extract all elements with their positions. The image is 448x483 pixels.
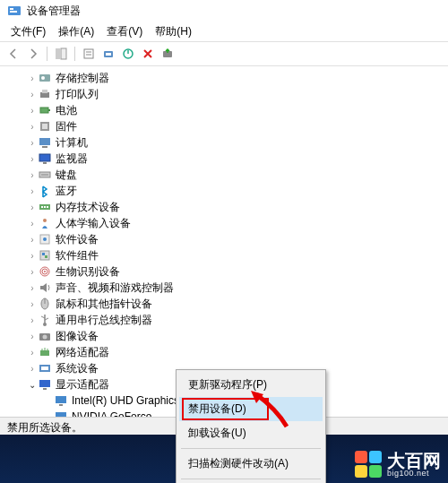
expander-icon[interactable]: › [27, 203, 38, 212]
menu-help[interactable]: 帮助(H) [150, 22, 197, 41]
status-text: 禁用所选设备。 [7, 421, 82, 434]
tree-node-cat-4[interactable]: ›计算机 [11, 134, 448, 151]
sound-icon [38, 280, 52, 295]
memory-icon [38, 200, 52, 214]
svg-rect-4 [61, 48, 66, 59]
show-hide-icon[interactable] [53, 46, 69, 62]
svg-rect-9 [106, 53, 111, 56]
tree-node-cat-6[interactable]: ›键盘 [11, 167, 448, 183]
tree-node-label: 监视器 [56, 151, 88, 167]
tree-node-cat-3[interactable]: ›固件 [11, 118, 448, 134]
svg-point-32 [43, 237, 47, 241]
tree-node-cat-5[interactable]: ›监视器 [11, 151, 448, 167]
svg-rect-21 [42, 146, 47, 148]
tree-node-label: 显示适配器 [56, 377, 109, 392]
expander-icon[interactable]: › [27, 315, 38, 325]
expander-icon[interactable]: › [27, 332, 38, 341]
svg-rect-16 [40, 108, 48, 113]
svg-rect-23 [43, 162, 47, 164]
tree-node-label: 网络适配器 [56, 345, 109, 360]
menu-action[interactable]: 操作(A) [53, 22, 99, 41]
scan-icon[interactable] [100, 46, 116, 62]
disable-icon[interactable] [140, 46, 156, 62]
update-icon[interactable] [159, 46, 176, 62]
tree-node-cat-7[interactable]: ›蓝牙 [11, 183, 448, 199]
software-icon [38, 232, 52, 246]
firmware-icon [38, 119, 52, 134]
mouse-icon [38, 297, 52, 311]
tree-node-cat-11[interactable]: ›软件组件 [11, 247, 448, 263]
bluetooth-icon [38, 184, 52, 198]
tree-node-cat-9[interactable]: ›人体学输入设备 [11, 215, 448, 231]
expander-icon[interactable]: › [27, 90, 38, 99]
biometric-icon [38, 264, 52, 279]
expander-icon[interactable]: › [27, 364, 38, 374]
expander-icon[interactable]: › [27, 283, 38, 293]
ctx-scan-hardware[interactable]: 扫描检测硬件改动(A) [179, 452, 323, 476]
tree-node-label: 软件设备 [56, 232, 99, 247]
tree-node-cat-1[interactable]: ›打印队列 [11, 86, 448, 102]
tree-node-label: 固件 [56, 119, 77, 134]
watermark: 大百网 big100.net [355, 451, 441, 478]
usb-icon [38, 313, 52, 327]
expander-icon[interactable]: › [27, 251, 38, 261]
svg-rect-27 [41, 206, 43, 208]
tree-node-label: 存储控制器 [56, 71, 109, 86]
menu-file[interactable]: 文件(F) [5, 22, 51, 41]
tree-node-label: 打印队列 [56, 87, 99, 102]
expander-icon[interactable]: › [27, 267, 38, 277]
battery-icon [38, 103, 52, 117]
svg-rect-29 [47, 206, 48, 208]
tree-node-cat-13[interactable]: ›声音、视频和游戏控制器 [11, 280, 448, 296]
tree-node-label: 内存技术设备 [56, 200, 120, 215]
svg-rect-54 [43, 388, 47, 390]
svg-rect-17 [48, 109, 50, 111]
tree-node-label: 通用串行总线控制器 [56, 313, 152, 328]
forward-icon[interactable] [25, 46, 41, 62]
menu-view[interactable]: 查看(V) [101, 22, 148, 41]
svg-rect-35 [45, 255, 47, 258]
svg-rect-56 [59, 404, 63, 406]
ctx-divider [181, 448, 321, 449]
svg-rect-1 [10, 8, 13, 10]
tree-node-cat-0[interactable]: ›存储控制器 [11, 70, 448, 86]
expander-icon[interactable]: › [27, 235, 38, 245]
tree-node-cat-17[interactable]: ›网络适配器 [11, 344, 448, 360]
expander-icon[interactable]: › [27, 186, 38, 196]
svg-point-30 [43, 219, 47, 222]
expander-icon[interactable]: ⌄ [27, 380, 38, 390]
tree-node-cat-14[interactable]: ›鼠标和其他指针设备 [11, 296, 448, 312]
svg-rect-52 [41, 367, 48, 370]
svg-point-13 [41, 76, 45, 80]
menu-bar: 文件(F) 操作(A) 查看(V) 帮助(H) [0, 22, 448, 41]
svg-rect-47 [40, 350, 49, 356]
svg-rect-22 [39, 154, 50, 161]
properties-icon[interactable] [81, 46, 97, 62]
expander-icon[interactable]: › [27, 138, 38, 148]
tree-node-cat-15[interactable]: ›通用串行总线控制器 [11, 312, 448, 328]
tree-node-label: 计算机 [56, 135, 88, 151]
tree-node-cat-2[interactable]: ›电池 [11, 102, 448, 118]
expander-icon[interactable]: › [27, 73, 38, 83]
back-icon[interactable] [5, 46, 22, 62]
svg-rect-55 [56, 396, 66, 403]
tree-node-cat-16[interactable]: ›图像设备 [11, 328, 448, 344]
expander-icon[interactable]: › [27, 170, 38, 180]
gpu-icon [54, 393, 68, 408]
tree-node-label: 软件组件 [56, 248, 99, 263]
expander-icon[interactable]: › [27, 106, 38, 116]
tree-node-cat-10[interactable]: ›软件设备 [11, 231, 448, 247]
enable-icon[interactable] [120, 46, 136, 62]
expander-icon[interactable]: › [27, 299, 38, 309]
separator [47, 47, 47, 61]
expander-icon[interactable]: › [27, 348, 38, 358]
tree-node-cat-12[interactable]: ›生物识别设备 [11, 263, 448, 280]
expander-icon[interactable]: › [27, 219, 38, 229]
expander-icon[interactable]: › [27, 154, 38, 164]
separator [74, 47, 75, 61]
monitor-icon [38, 151, 52, 166]
svg-point-38 [44, 271, 46, 272]
tree-node-cat-8[interactable]: ›内存技术设备 [11, 199, 448, 215]
tree-node-label: 电池 [56, 103, 77, 118]
expander-icon[interactable]: › [27, 122, 38, 132]
